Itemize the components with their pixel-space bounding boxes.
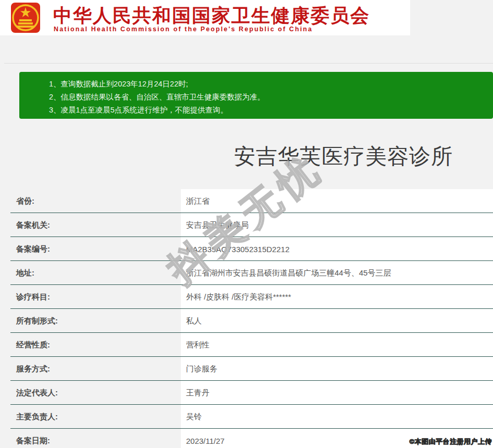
table-row-legal-representative: 法定代表人: 王青丹	[0, 381, 493, 405]
field-value: MA2B35AQ733052315D2212	[181, 237, 493, 261]
notice-line-3: 3、凌晨1点至凌晨5点系统进行维护，不能提供查询。	[49, 104, 493, 117]
field-value: 门诊服务	[181, 357, 493, 381]
field-label: 主要负责人:	[0, 405, 181, 429]
field-label: 经营性质:	[0, 333, 181, 357]
field-value: 营利性	[181, 333, 493, 357]
field-value: 外科 /皮肤科 /医疗美容科******	[181, 285, 493, 309]
field-value: 王青丹	[181, 381, 493, 405]
field-label: 备案编号:	[0, 237, 181, 261]
field-label: 备案日期:	[0, 429, 181, 448]
field-value: 私人	[181, 309, 493, 333]
header-title-chinese: 中华人民共和国国家卫生健康委员会	[53, 3, 370, 29]
table-row-departments: 诊疗科目: 外科 /皮肤科 /医疗美容科******	[0, 285, 493, 309]
notice-box: 1、查询数据截止到2023年12月24日22时; 2、信息数据结果以各省、自治区…	[19, 72, 493, 119]
field-label: 备案机关:	[0, 213, 181, 237]
table-row-filing-number: 备案编号: MA2B35AQ733052315D2212	[0, 237, 493, 261]
field-value: 浙江省湖州市安吉县昌硕街道昌硕广场三幢44号、45号三层	[181, 261, 493, 285]
header-divider	[4, 63, 493, 64]
notice-line-2: 2、信息数据结果以各省、自治区、直辖市卫生健康委数据为准。	[49, 91, 493, 104]
national-emblem-icon	[10, 2, 41, 33]
field-label: 诊疗科目:	[0, 285, 181, 309]
table-row-service-mode: 服务方式: 门诊服务	[0, 357, 493, 381]
field-label: 所有制形式:	[0, 309, 181, 333]
field-value: 浙江省	[181, 189, 493, 213]
field-label: 省份:	[0, 189, 181, 213]
notice-line-1: 1、查询数据截止到2023年12月24日22时;	[49, 78, 493, 91]
field-value: 吴铃	[181, 405, 493, 429]
clinic-info-table: 省份: 浙江省 备案机关: 安吉县卫生健康局 备案编号: MA2B35AQ733…	[0, 189, 493, 448]
site-header: 中华人民共和国国家卫生健康委员会 National Health Commiss…	[0, 0, 410, 35]
table-row-province: 省份: 浙江省	[0, 189, 493, 213]
table-row-address: 地址: 浙江省湖州市安吉县昌硕街道昌硕广场三幢44号、45号三层	[0, 261, 493, 285]
clinic-name-title: 安吉华芙医疗美容诊所	[194, 142, 493, 171]
field-value: 安吉县卫生健康局	[181, 213, 493, 237]
field-label: 地址:	[0, 261, 181, 285]
table-row-principal: 主要负责人: 吴铃	[0, 405, 493, 429]
uploader-note: ©本图由平台注册用户上传	[409, 437, 492, 446]
field-label: 服务方式:	[0, 357, 181, 381]
field-label: 法定代表人:	[0, 381, 181, 405]
table-row-business-nature: 经营性质: 营利性	[0, 333, 493, 357]
table-row-filing-authority: 备案机关: 安吉县卫生健康局	[0, 213, 493, 237]
table-row-ownership: 所有制形式: 私人	[0, 309, 493, 333]
header-title-english: National Health Commission of the People…	[54, 26, 313, 33]
